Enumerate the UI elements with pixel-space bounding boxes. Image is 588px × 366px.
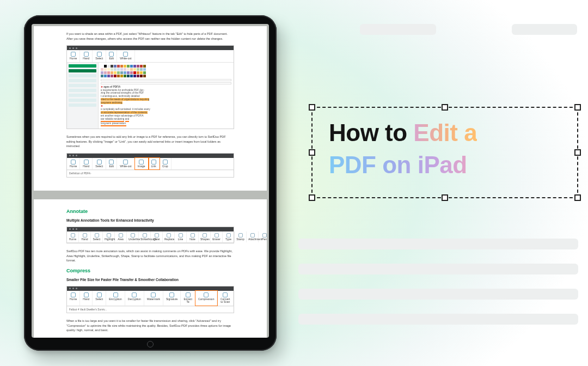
color-swatch[interactable] [137, 71, 139, 74]
ribbon-tab-link[interactable]: Link [149, 158, 160, 170]
resize-handle-top-left[interactable] [309, 104, 315, 111]
color-swatch[interactable] [101, 68, 103, 71]
color-swatch[interactable] [117, 71, 120, 74]
ribbon-tab-encryption[interactable]: Encryption [106, 291, 125, 306]
color-swatch[interactable] [133, 75, 136, 77]
color-swatch[interactable] [107, 65, 110, 68]
ribbon-tab-decryption[interactable]: Decryption [125, 291, 144, 306]
ribbon-tab-highlight[interactable]: Highlight [103, 231, 115, 243]
color-swatch[interactable] [127, 75, 130, 77]
color-swatch[interactable] [124, 75, 126, 77]
color-swatch[interactable] [140, 71, 143, 74]
ribbon-tab-select[interactable]: Select [93, 158, 106, 170]
resize-handle-middle-left[interactable] [309, 149, 315, 156]
color-swatch[interactable] [101, 75, 103, 77]
ribbon-tab-home[interactable]: Home [67, 158, 80, 170]
ribbon-tab-caret[interactable]: Caret [151, 231, 163, 243]
color-swatch[interactable] [111, 65, 113, 68]
color-swatch[interactable] [130, 65, 133, 68]
ribbon-tab-edit[interactable]: Edit [106, 50, 117, 62]
ribbon-tab-edit[interactable]: Edit [106, 158, 117, 170]
color-swatch[interactable] [137, 65, 139, 68]
color-swatch[interactable] [117, 65, 120, 68]
color-swatch[interactable] [127, 71, 130, 74]
color-swatch[interactable] [104, 75, 107, 77]
color-swatch[interactable] [133, 71, 136, 74]
resize-handle-top-right[interactable] [574, 104, 581, 111]
color-swatch[interactable] [114, 71, 117, 74]
color-swatch[interactable] [124, 68, 126, 71]
color-swatch[interactable] [140, 68, 143, 71]
ribbon-tab-shapes[interactable]: Shapes [199, 231, 211, 243]
color-swatch[interactable] [104, 65, 107, 68]
color-swatch[interactable] [107, 75, 110, 77]
color-swatch[interactable] [104, 68, 107, 71]
ribbon-tab-strikethrough[interactable]: Strikethrough [139, 231, 151, 243]
color-swatch[interactable] [120, 68, 123, 71]
color-swatch[interactable] [143, 71, 146, 74]
color-swatch[interactable] [120, 75, 123, 77]
ribbon-tab-white-out[interactable]: White-out [117, 158, 134, 170]
color-swatch[interactable] [127, 68, 130, 71]
ribbon-tab-extract-te[interactable]: Extract Te [181, 291, 195, 306]
color-swatch[interactable] [143, 65, 146, 68]
color-swatch[interactable] [114, 68, 117, 71]
color-swatch[interactable] [124, 65, 126, 68]
resize-handle-bottom-right[interactable] [574, 194, 581, 201]
ribbon-tab-home[interactable]: Home [67, 50, 80, 62]
color-swatch[interactable] [143, 75, 146, 77]
ribbon-tab-image[interactable]: Image [135, 158, 149, 170]
color-swatch[interactable] [130, 75, 133, 77]
color-swatch[interactable] [130, 71, 133, 74]
color-swatch[interactable] [111, 71, 113, 74]
ribbon-tab-hand[interactable]: Hand [79, 231, 91, 243]
color-swatch[interactable] [111, 75, 113, 77]
ribbon-tab-convert-to-scan[interactable]: Convert to Scan [217, 291, 234, 306]
ribbon-tab-crop[interactable]: Crop [160, 158, 171, 170]
ribbon-tab-eraser[interactable]: Eraser [211, 231, 223, 243]
ribbon-tab-note[interactable]: Note [187, 231, 199, 243]
ribbon-tab-pen[interactable]: Pen [259, 231, 269, 243]
ribbon-tab-stamp[interactable]: Stamp [235, 231, 247, 243]
ribbon-tab-signature[interactable]: Signature [163, 291, 181, 306]
ribbon-tab-hand[interactable]: Hand [80, 291, 93, 306]
color-swatch[interactable] [114, 75, 117, 77]
color-swatch[interactable] [130, 68, 133, 71]
color-swatch[interactable] [133, 65, 136, 68]
color-swatch[interactable] [107, 68, 110, 71]
color-swatch[interactable] [140, 65, 143, 68]
color-swatch[interactable] [127, 65, 130, 68]
color-swatch[interactable] [133, 68, 136, 71]
resize-handle-middle-right[interactable] [574, 149, 581, 156]
color-swatch[interactable] [124, 71, 126, 74]
ribbon-tab-home[interactable]: Home [67, 231, 79, 243]
ribbon-tab-select[interactable]: Select [93, 50, 106, 62]
ribbon-tab-white-out[interactable]: White-out [117, 50, 134, 62]
color-swatch[interactable] [101, 71, 103, 74]
color-swatch[interactable] [114, 65, 117, 68]
ribbon-tab-attachment[interactable]: Attachment [247, 231, 259, 243]
ribbon-tab-compression[interactable]: Compression [195, 291, 217, 306]
resize-handle-bottom-left[interactable] [309, 194, 315, 201]
color-swatch[interactable] [117, 75, 120, 77]
ribbon-tab-watermark[interactable]: Watermark [144, 291, 163, 306]
color-swatch[interactable] [143, 68, 146, 71]
color-swatch[interactable] [104, 71, 107, 74]
color-swatch[interactable] [111, 68, 113, 71]
color-swatch[interactable] [120, 71, 123, 74]
ribbon-tab-replace[interactable]: Replace [163, 231, 175, 243]
ribbon-tab-underline[interactable]: Underline [127, 231, 139, 243]
color-swatch[interactable] [117, 68, 120, 71]
ribbon-tab-type[interactable]: Type [223, 231, 235, 243]
ribbon-tab-line[interactable]: Line [175, 231, 187, 243]
ribbon-tab-area[interactable]: Area [115, 231, 127, 243]
color-swatch[interactable] [101, 65, 103, 68]
resize-handle-top-middle[interactable] [442, 104, 448, 111]
color-swatch[interactable] [107, 71, 110, 74]
resize-handle-bottom-middle[interactable] [442, 194, 448, 201]
ribbon-tab-hand[interactable]: Hand [80, 158, 93, 170]
color-swatch[interactable] [137, 75, 139, 77]
ribbon-tab-select[interactable]: Select [93, 291, 106, 306]
ribbon-tab-home[interactable]: Home [67, 291, 80, 306]
ribbon-tab-hand[interactable]: Hand [80, 50, 93, 62]
